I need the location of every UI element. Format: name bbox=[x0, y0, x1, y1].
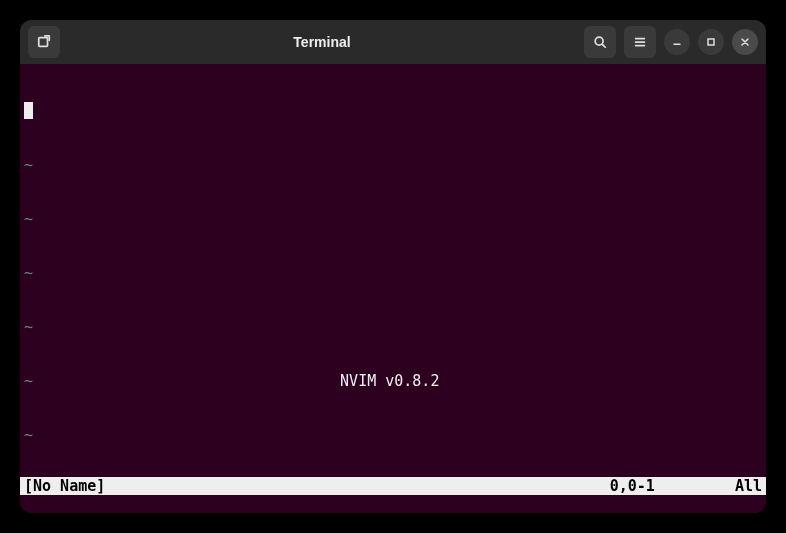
hamburger-icon bbox=[633, 35, 647, 49]
new-tab-button[interactable] bbox=[28, 26, 60, 58]
minimize-button[interactable] bbox=[664, 29, 690, 55]
empty-line-tilde: ~ bbox=[24, 210, 762, 228]
empty-line-tilde: ~ bbox=[24, 318, 762, 336]
status-filename: [No Name] bbox=[24, 477, 105, 495]
status-scroll: All bbox=[735, 477, 762, 495]
maximize-button[interactable] bbox=[698, 29, 724, 55]
svg-rect-0 bbox=[39, 38, 48, 47]
empty-line-tilde: ~ bbox=[24, 156, 762, 174]
close-button[interactable] bbox=[732, 29, 758, 55]
titlebar: Terminal bbox=[20, 20, 766, 64]
nvim-version: NVIM v0.8.2 bbox=[33, 372, 439, 390]
search-button[interactable] bbox=[584, 26, 616, 58]
empty-line-tilde: ~ bbox=[24, 264, 762, 282]
minimize-icon bbox=[671, 36, 683, 48]
status-line: [No Name] 0,0-1 All bbox=[20, 477, 766, 495]
nvim-buffer: ~ ~ ~ ~ ~ NVIM v0.8.2 ~ ~ Nvim is open s… bbox=[24, 66, 762, 513]
maximize-icon bbox=[705, 36, 717, 48]
menu-button[interactable] bbox=[624, 26, 656, 58]
window-title: Terminal bbox=[66, 34, 578, 50]
status-position: 0,0-1 bbox=[610, 477, 735, 495]
terminal-content[interactable]: ~ ~ ~ ~ ~ NVIM v0.8.2 ~ ~ Nvim is open s… bbox=[20, 64, 766, 513]
search-icon bbox=[593, 35, 607, 49]
terminal-window: Terminal ~ ~ ~ ~ ~ bbox=[20, 20, 766, 513]
svg-rect-2 bbox=[708, 39, 714, 45]
new-tab-icon bbox=[37, 35, 51, 49]
command-line[interactable] bbox=[20, 495, 766, 513]
close-icon bbox=[739, 36, 751, 48]
empty-line-tilde: ~ bbox=[24, 426, 762, 444]
svg-point-1 bbox=[595, 37, 603, 45]
cursor bbox=[24, 102, 33, 119]
